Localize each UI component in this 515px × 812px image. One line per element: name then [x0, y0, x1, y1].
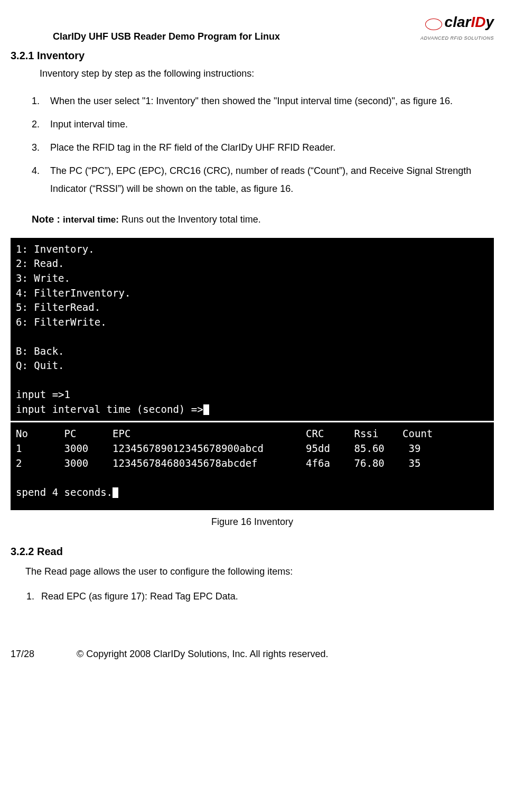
terminal-row: 2 3000 123456784680345678abcdef 4f6a 76.… [16, 457, 420, 469]
page-footer: 17/28 © Copyright 2008 ClarIDy Solutions… [11, 647, 494, 662]
step-item: When the user select "1: Inventory" then… [42, 92, 494, 110]
step-item: Input interval time. [42, 115, 494, 133]
logo-text-id: ID [471, 14, 485, 30]
note-block: Note : interval time: Runs out the Inven… [32, 211, 494, 227]
rfid-swoosh-icon [425, 19, 442, 30]
note-text: Runs out the Inventory total time. [121, 214, 261, 225]
section-read-intro: The Read page allows the user to configu… [25, 564, 494, 579]
terminal-table: No PC EPC CRC Rssi Count 1 3000 12345678… [11, 422, 494, 504]
step-item: The PC (“PC”), EPC (EPC), CRC16 (CRC), n… [42, 162, 494, 198]
terminal-row: 1 3000 123456789012345678900abcd 95dd 85… [16, 442, 420, 454]
caption-prefix: Figure 16 [211, 516, 254, 527]
logo-tagline: ADVANCED RFID SOLUTIONS [420, 34, 494, 42]
caption-name: Inventory [254, 516, 293, 527]
logo: clarIDy ADVANCED RFID SOLUTIONS [420, 11, 494, 42]
terminal-table-header: No PC EPC CRC Rssi Count [16, 428, 433, 439]
figure-caption: Figure 16 Inventory [11, 514, 494, 530]
note-label: Note : [32, 214, 63, 225]
read-steps-list: Read EPC (as figure 17): Read Tag EPC Da… [21, 589, 494, 604]
page-header: ClarIDy UHF USB Reader Demo Program for … [11, 11, 494, 44]
section-intro: Inventory step by step as the following … [40, 66, 494, 81]
terminal-menu-text: 1: Inventory. 2: Read. 3: Write. 4: Filt… [16, 243, 203, 415]
step-item: Place the RFID tag in the RF field of th… [42, 139, 494, 156]
logo-text-clar: clar [445, 14, 471, 30]
terminal-screenshot: 1: Inventory. 2: Read. 3: Write. 4: Filt… [11, 238, 494, 510]
logo-text-y: y [485, 14, 494, 30]
section-heading-read: 3.2.2 Read [11, 543, 494, 560]
copyright-text: © Copyright 2008 ClarIDy Solutions, Inc.… [77, 649, 328, 659]
cursor-icon [113, 487, 118, 498]
note-strong: interval time: [63, 215, 121, 225]
page-number: 17/28 [11, 647, 74, 662]
terminal-menu: 1: Inventory. 2: Read. 3: Write. 4: Filt… [11, 238, 494, 421]
cursor-icon [203, 404, 209, 415]
inventory-steps-list: When the user select "1: Inventory" then… [21, 92, 494, 198]
section-heading-inventory: 3.2.1 Inventory [11, 47, 494, 64]
document-title: ClarIDy UHF USB Reader Demo Program for … [53, 29, 280, 44]
step-item: Read EPC (as figure 17): Read Tag EPC Da… [37, 589, 494, 604]
terminal-spend: spend 4 seconds. [16, 486, 113, 498]
terminal-bottom-gap [11, 504, 494, 510]
